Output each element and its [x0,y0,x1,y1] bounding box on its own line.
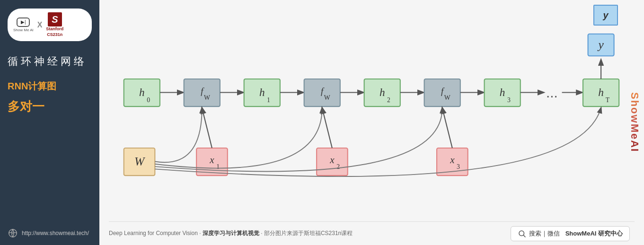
svg-text:h: h [500,86,505,98]
svg-text:T: T [606,96,610,104]
stanford-text: Stanford CS231n [46,26,63,37]
svg-line-52 [523,235,525,237]
stanford-logo: S Stanford CS231n [46,12,63,37]
stanford-s-letter: S [48,12,62,26]
showmeai-logo: ▶| Show Me AI [13,18,34,33]
svg-text:h: h [598,86,604,98]
svg-text:W: W [204,94,210,101]
bottom-description: Deep Learning for Computer Vision · 深度学习… [109,229,511,237]
svg-text:0: 0 [147,96,150,104]
svg-text:x: x [209,154,214,166]
search-brand: ShowMeAI 研究中心 [565,229,623,238]
svg-line-48 [202,108,212,148]
svg-text:2: 2 [387,96,390,104]
title-chinese: 循环神经网络 [8,54,92,69]
svg-text:W: W [324,94,330,101]
svg-text:1: 1 [267,96,270,104]
showmeai-label: Show Me AI [13,28,34,33]
search-prefix: 搜索｜微信 [529,229,560,238]
svg-text:3: 3 [457,163,460,170]
svg-text:W: W [444,94,450,101]
svg-text:h: h [379,86,385,98]
subtitle-rnn: RNN计算图 [8,80,92,93]
svg-line-50 [442,108,452,148]
svg-text:x: x [450,154,455,166]
bottom-bar: Deep Learning for Computer Vision · 深度学习… [109,221,635,245]
right-panel: ShowMeAI y h 0 f W [99,0,644,245]
left-panel: ▶| Show Me AI X S Stanford CS231n 循环神经网络… [0,0,99,245]
subtitle-many-to-one: 多对一 [8,98,92,115]
globe-icon [8,228,18,238]
x-separator: X [37,21,43,29]
showmeai-icon-box: ▶| [17,18,30,27]
svg-point-51 [519,231,524,236]
search-badge[interactable]: 搜索｜微信 ShowMeAI 研究中心 [511,226,630,241]
website-url: http://www.showmeai.tech/ [22,230,89,236]
search-icon [518,229,526,238]
website-link[interactable]: http://www.showmeai.tech/ [8,228,92,238]
svg-text:x: x [329,154,335,166]
svg-text:...: ... [546,85,558,100]
rnn-diagram: h 0 f W h 1 f W [109,9,635,219]
svg-line-49 [322,108,332,148]
svg-text:y: y [597,38,604,51]
logo-area: ▶| Show Me AI X S Stanford CS231n [8,9,92,41]
svg-text:2: 2 [336,163,340,170]
svg-text:W: W [134,155,146,168]
svg-text:3: 3 [507,96,511,104]
svg-text:h: h [139,86,145,98]
diagram-area: h 0 f W h 1 f W [109,9,635,219]
svg-text:h: h [259,86,265,98]
svg-text:1: 1 [216,163,220,170]
